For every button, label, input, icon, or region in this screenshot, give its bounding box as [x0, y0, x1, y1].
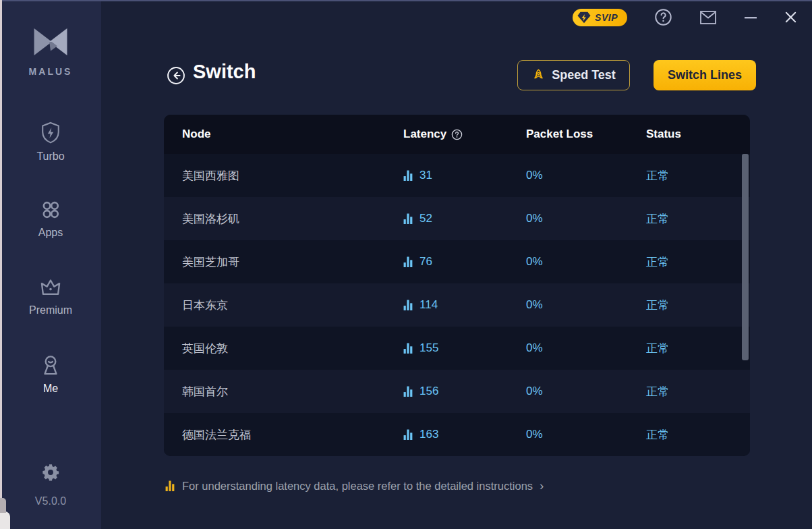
- close-button[interactable]: [784, 11, 797, 24]
- packet-loss-value: 0%: [526, 385, 646, 398]
- column-header-latency: Latency: [403, 128, 526, 141]
- latency-cell: 163: [403, 428, 526, 441]
- table-body: 美国西雅图 31 0% 正常 美国洛杉矶: [164, 154, 750, 456]
- back-button[interactable]: [167, 66, 185, 88]
- packet-loss-value: 0%: [526, 341, 646, 355]
- four-circles-icon: [40, 199, 61, 221]
- node-name: 美国洛杉矶: [182, 211, 403, 227]
- page-title: Switch: [193, 61, 256, 83]
- node-name: 美国芝加哥: [182, 254, 403, 270]
- latency-cell: 52: [403, 212, 526, 225]
- latency-bars-icon: [403, 213, 413, 224]
- app-version: V5.0.0: [0, 495, 101, 507]
- column-header-node: Node: [182, 128, 403, 141]
- titlebar: SVIP: [573, 8, 797, 26]
- table-row[interactable]: 美国芝加哥 76 0% 正常: [164, 240, 750, 283]
- window-left-edge: [0, 0, 2, 529]
- sidebar: MALUS Turbo Apps Premium Me: [0, 0, 101, 529]
- table-row[interactable]: 美国西雅图 31 0% 正常: [164, 154, 750, 197]
- latency-value: 76: [419, 255, 432, 269]
- latency-value: 163: [419, 428, 438, 441]
- node-name: 德国法兰克福: [182, 427, 403, 443]
- envelope-icon: [699, 10, 717, 25]
- status-badge: 正常: [646, 427, 750, 443]
- minimize-icon: [744, 11, 757, 24]
- desktop-artifact: [0, 511, 10, 529]
- sidebar-item-premium[interactable]: Premium: [0, 277, 101, 316]
- table-scrollbar-thumb[interactable]: [742, 154, 749, 360]
- node-name: 日本东京: [182, 298, 403, 313]
- app-logo: MALUS: [0, 27, 101, 77]
- status-badge: 正常: [646, 168, 750, 184]
- table-row[interactable]: 韩国首尔 156 0% 正常: [164, 370, 750, 413]
- latency-bars-icon: [403, 256, 413, 267]
- latency-header-label: Latency: [403, 128, 446, 141]
- close-icon: [784, 11, 797, 24]
- latency-bars-icon: [403, 429, 413, 440]
- help-button[interactable]: [654, 8, 672, 26]
- settings-button[interactable]: [0, 463, 101, 484]
- sidebar-item-label: Premium: [0, 304, 101, 316]
- latency-cell: 156: [403, 385, 526, 398]
- gear-icon: [41, 463, 60, 482]
- status-badge: 正常: [646, 298, 750, 313]
- question-circle-icon: [654, 8, 672, 26]
- table-row[interactable]: 美国洛杉矶 52 0% 正常: [164, 197, 750, 240]
- latency-cell: 76: [403, 255, 526, 269]
- latency-value: 114: [419, 298, 438, 312]
- latency-value: 155: [419, 341, 438, 355]
- table-row[interactable]: 德国法兰克福 163 0% 正常: [164, 413, 750, 456]
- sidebar-item-me[interactable]: Me: [0, 354, 101, 395]
- chevron-right-icon: ›: [540, 478, 544, 493]
- sidebar-item-turbo[interactable]: Turbo: [0, 121, 101, 163]
- latency-bars-icon: [403, 386, 413, 397]
- table-row[interactable]: 英国伦敦 155 0% 正常: [164, 327, 750, 370]
- column-header-status: Status: [646, 128, 750, 141]
- shield-bolt-icon: [40, 121, 61, 144]
- svip-label: SVIP: [595, 12, 618, 23]
- latency-bars-icon: [403, 343, 413, 354]
- brand-name: MALUS: [0, 66, 101, 77]
- packet-loss-value: 0%: [526, 298, 646, 312]
- node-name: 美国西雅图: [182, 168, 403, 184]
- latency-value: 156: [419, 385, 438, 398]
- footer-note-text: For understanding latency data, please r…: [182, 480, 533, 493]
- table-row[interactable]: 日本东京 114 0% 正常: [164, 283, 750, 327]
- speed-test-label: Speed Test: [552, 68, 616, 82]
- messages-button[interactable]: [699, 10, 717, 25]
- gem-icon: [577, 11, 591, 24]
- table-header: Node Latency Packet Loss Status: [164, 115, 750, 154]
- node-name: 英国伦敦: [182, 341, 403, 356]
- node-table: Node Latency Packet Loss Status 美国西雅图: [164, 115, 750, 456]
- switch-lines-label: Switch Lines: [668, 68, 742, 82]
- latency-bars-icon: [403, 170, 413, 181]
- node-name: 韩国首尔: [182, 384, 403, 399]
- window-top-edge: [0, 0, 812, 1]
- status-badge: 正常: [646, 254, 750, 270]
- switch-lines-button[interactable]: Switch Lines: [654, 60, 756, 90]
- latency-help-icon[interactable]: [451, 129, 463, 140]
- page-header: Switch Speed Test Switch Lines: [101, 57, 812, 97]
- latency-bars-icon-yellow: [165, 480, 175, 491]
- sidebar-item-apps[interactable]: Apps: [0, 199, 101, 239]
- packet-loss-value: 0%: [526, 212, 646, 225]
- status-badge: 正常: [646, 341, 750, 356]
- svip-badge[interactable]: SVIP: [573, 9, 627, 26]
- rocket-icon: [531, 68, 546, 82]
- person-icon: [39, 354, 62, 377]
- packet-loss-value: 0%: [526, 255, 646, 269]
- minimize-button[interactable]: [744, 11, 757, 24]
- crown-icon: [39, 277, 62, 298]
- speed-test-button[interactable]: Speed Test: [517, 60, 630, 90]
- latency-instructions-link[interactable]: For understanding latency data, please r…: [165, 478, 544, 493]
- status-badge: 正常: [646, 211, 750, 227]
- desktop-artifact: [0, 498, 6, 513]
- latency-bars-icon: [403, 300, 413, 310]
- sidebar-item-label: Me: [0, 383, 101, 395]
- latency-cell: 114: [403, 298, 526, 312]
- packet-loss-value: 0%: [526, 169, 646, 182]
- packet-loss-value: 0%: [526, 428, 646, 441]
- latency-value: 52: [419, 212, 432, 225]
- sidebar-item-label: Turbo: [0, 150, 101, 163]
- sidebar-item-label: Apps: [0, 227, 101, 239]
